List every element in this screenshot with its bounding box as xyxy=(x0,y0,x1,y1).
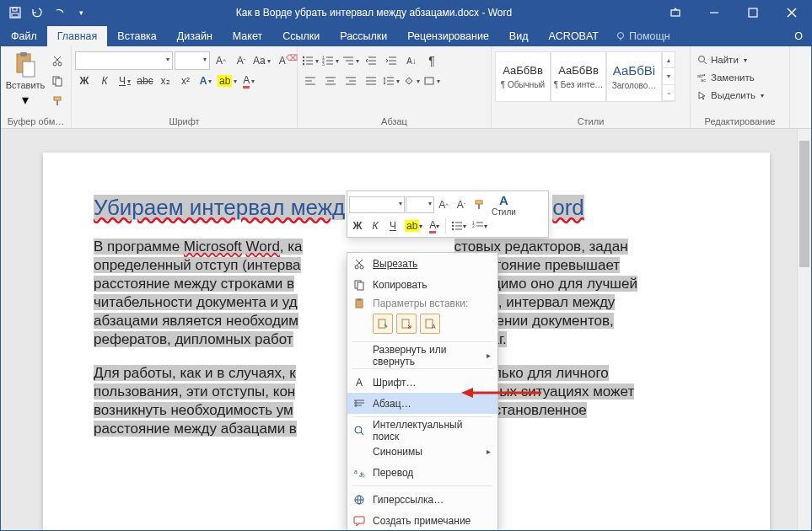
svg-rect-19 xyxy=(54,97,61,100)
strikethrough-button[interactable]: abc xyxy=(136,72,154,90)
svg-line-76 xyxy=(356,260,362,266)
style-heading1[interactable]: АаБбВіЗаголово… xyxy=(606,51,662,102)
paste-button[interactable]: Вставить ▾ xyxy=(4,48,46,108)
redo-icon[interactable] xyxy=(48,1,70,24)
tell-me[interactable]: Помощн xyxy=(609,26,677,46)
ctx-copy[interactable]: Копировать xyxy=(347,274,497,295)
mini-highlight[interactable]: ab▾ xyxy=(402,217,425,235)
format-painter-button[interactable] xyxy=(48,92,67,110)
underline-button[interactable]: Ч▾ xyxy=(116,72,134,90)
change-case-button[interactable]: Aa▾ xyxy=(252,51,272,70)
share-button[interactable]: О xyxy=(786,26,811,46)
ctx-hyperlink[interactable]: Гиперссылка… xyxy=(347,489,497,510)
svg-rect-5 xyxy=(749,8,757,17)
mini-styles-button[interactable]: A Стили xyxy=(488,193,519,217)
justify-button[interactable] xyxy=(362,72,380,90)
qat-customize-icon[interactable]: ▾ xyxy=(70,1,92,24)
tab-references[interactable]: Ссылки xyxy=(272,26,330,46)
ctx-smart-lookup[interactable]: Интеллектуальный поиск xyxy=(347,420,497,441)
font-color-button[interactable]: A▾ xyxy=(239,72,258,90)
svg-point-68 xyxy=(452,228,454,230)
line-spacing-button[interactable]: ▾ xyxy=(382,72,401,90)
italic-button[interactable]: К xyxy=(95,72,114,90)
mini-size-combo[interactable] xyxy=(406,196,434,213)
style-normal[interactable]: АаБбВв¶ Обычный xyxy=(495,51,551,102)
maximize-icon[interactable] xyxy=(734,1,772,24)
mini-format-painter[interactable] xyxy=(471,196,487,214)
mini-bullets[interactable]: ▾ xyxy=(449,217,469,235)
text-effects-button[interactable]: A▾ xyxy=(196,72,215,90)
ctx-synonyms[interactable]: Синонимы▸ xyxy=(347,441,497,462)
styles-gallery-scroll[interactable]: ▴▾⌄ xyxy=(662,51,675,102)
svg-point-58 xyxy=(699,56,705,62)
svg-rect-18 xyxy=(56,78,62,86)
ribbon-display-icon[interactable] xyxy=(656,1,695,24)
cut-button[interactable] xyxy=(48,51,67,70)
close-icon[interactable] xyxy=(772,1,811,24)
ctx-new-comment[interactable]: Создать примечание xyxy=(347,510,497,531)
ctx-cut[interactable]: Вырезать xyxy=(347,253,497,274)
group-label-styles: Стили xyxy=(495,115,686,128)
tab-layout[interactable]: Макет xyxy=(223,26,272,46)
decrease-indent-button[interactable] xyxy=(362,51,380,70)
ctx-translate[interactable]: aあПеревод xyxy=(347,462,497,483)
find-button[interactable]: Найти▾ xyxy=(694,51,750,68)
replace-button[interactable]: abacЗаменить xyxy=(694,69,758,86)
grow-font-button[interactable]: A^ xyxy=(212,51,230,70)
shading-button[interactable]: ▾ xyxy=(402,72,421,90)
tab-review[interactable]: Рецензирование xyxy=(397,26,499,46)
bullets-button[interactable]: ▾ xyxy=(301,51,320,70)
undo-icon[interactable] xyxy=(26,1,48,24)
paste-keep-source[interactable] xyxy=(373,314,393,334)
mini-font-color[interactable]: A▾ xyxy=(426,217,443,235)
paste-text-only[interactable]: A xyxy=(420,314,440,334)
tab-insert[interactable]: Вставка xyxy=(107,26,166,46)
tab-home[interactable]: Главная xyxy=(47,26,108,46)
tab-view[interactable]: Вид xyxy=(499,26,539,46)
mini-numbering[interactable]: 12▾ xyxy=(470,217,490,235)
vertical-scrollbar[interactable] xyxy=(797,129,811,530)
mini-font-combo[interactable] xyxy=(349,196,405,213)
font-name-combo[interactable] xyxy=(75,51,173,70)
clipboard-a-icon: A xyxy=(424,318,436,330)
scrollbar-thumb[interactable] xyxy=(799,141,809,267)
sort-button[interactable]: A↓ xyxy=(402,51,421,70)
superscript-button[interactable]: x² xyxy=(176,72,195,90)
borders-button[interactable]: ▾ xyxy=(422,72,441,90)
subscript-button[interactable]: x₂ xyxy=(156,72,175,90)
style-no-spacing[interactable]: АаБбВв¶ Без инте… xyxy=(551,51,606,102)
highlight-button[interactable]: ab▾ xyxy=(217,72,238,90)
comment-icon xyxy=(352,514,366,528)
show-marks-button[interactable]: ¶ xyxy=(422,51,441,70)
minimize-icon[interactable] xyxy=(695,1,734,24)
mini-grow-font[interactable]: A^ xyxy=(435,196,452,214)
shrink-font-button[interactable]: Aˇ xyxy=(232,51,250,70)
align-right-button[interactable] xyxy=(341,72,360,90)
mini-bold[interactable]: Ж xyxy=(349,217,366,235)
align-left-button[interactable] xyxy=(301,72,320,90)
multilevel-list-button[interactable]: ▾ xyxy=(341,51,360,70)
ctx-paste-header: Параметры вставки: xyxy=(347,295,497,312)
select-button[interactable]: Выделить▾ xyxy=(694,87,767,104)
tab-mailings[interactable]: Рассылки xyxy=(330,26,397,46)
increase-indent-button[interactable] xyxy=(382,51,401,70)
tab-file[interactable]: Файл xyxy=(1,26,47,46)
clear-formatting-button[interactable]: A⌫ xyxy=(273,51,292,70)
mini-shrink-font[interactable]: Aˇ xyxy=(453,196,470,214)
tab-design[interactable]: Дизайн xyxy=(167,26,223,46)
svg-rect-96 xyxy=(354,517,364,523)
svg-text:2: 2 xyxy=(472,223,475,228)
save-icon[interactable] xyxy=(4,1,26,24)
font-size-combo[interactable] xyxy=(175,51,210,70)
scissors-icon xyxy=(352,257,366,271)
bold-button[interactable]: Ж xyxy=(75,72,94,90)
tab-acrobat[interactable]: ACROBAT xyxy=(538,26,609,46)
paste-merge[interactable] xyxy=(396,314,417,334)
mini-italic[interactable]: К xyxy=(367,217,384,235)
numbering-button[interactable]: 123▾ xyxy=(321,51,340,70)
svg-rect-11 xyxy=(20,52,27,56)
align-center-button[interactable] xyxy=(321,72,340,90)
copy-button[interactable] xyxy=(48,72,67,90)
ctx-expand-collapse[interactable]: Развернуть или свернуть▸ xyxy=(347,345,497,366)
mini-underline[interactable]: Ч xyxy=(384,217,401,235)
